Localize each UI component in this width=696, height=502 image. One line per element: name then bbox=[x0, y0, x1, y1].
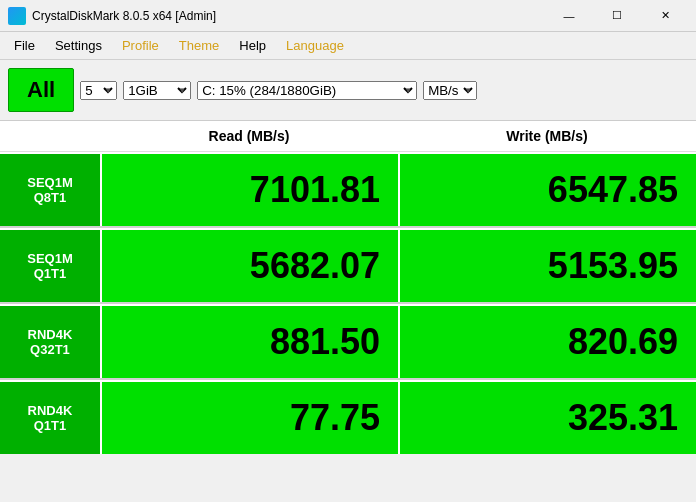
menu-item-help[interactable]: Help bbox=[229, 34, 276, 57]
bench-row-seq1m-q8t1: SEQ1MQ8T1 7101.81 6547.85 bbox=[0, 152, 696, 226]
size-select-wrap[interactable]: 512MiB1GiB2GiB4GiB8GiB16GiB32GiB64GiB bbox=[123, 68, 191, 112]
bench-row-seq1m-q1t1: SEQ1MQ1T1 5682.07 5153.95 bbox=[0, 228, 696, 302]
window-controls: — ☐ ✕ bbox=[546, 2, 688, 30]
bench-row-rnd4k-q32t1: RND4KQ32T1 881.50 820.69 bbox=[0, 304, 696, 378]
runs-select-wrap[interactable]: 13510 bbox=[80, 68, 117, 112]
unit-select[interactable]: MB/sGB/sIOPSμs bbox=[423, 81, 477, 100]
benchmark-rows: SEQ1MQ8T1 7101.81 6547.85 SEQ1MQ1T1 5682… bbox=[0, 152, 696, 454]
bench-read-seq1m-q1t1: 5682.07 bbox=[100, 230, 398, 302]
menu-item-settings[interactable]: Settings bbox=[45, 34, 112, 57]
size-select[interactable]: 512MiB1GiB2GiB4GiB8GiB16GiB32GiB64GiB bbox=[123, 81, 191, 100]
menubar: FileSettingsProfileThemeHelpLanguage bbox=[0, 32, 696, 60]
bench-read-seq1m-q8t1: 7101.81 bbox=[100, 154, 398, 226]
bench-label-seq1m-q1t1: SEQ1MQ1T1 bbox=[0, 230, 100, 302]
menu-item-language[interactable]: Language bbox=[276, 34, 354, 57]
bench-write-rnd4k-q1t1: 325.31 bbox=[398, 382, 696, 454]
bench-label-rnd4k-q32t1: RND4KQ32T1 bbox=[0, 306, 100, 378]
minimize-button[interactable]: — bbox=[546, 2, 592, 30]
bench-label-seq1m-q8t1: SEQ1MQ8T1 bbox=[0, 154, 100, 226]
drive-select-wrap[interactable]: C: 15% (284/1880GiB) bbox=[197, 68, 417, 112]
read-col-header: Read (MB/s) bbox=[100, 121, 398, 151]
all-button[interactable]: All bbox=[8, 68, 74, 112]
label-col-header bbox=[0, 121, 100, 151]
write-col-header: Write (MB/s) bbox=[398, 121, 696, 151]
bench-read-rnd4k-q1t1: 77.75 bbox=[100, 382, 398, 454]
bench-read-rnd4k-q32t1: 881.50 bbox=[100, 306, 398, 378]
drive-select[interactable]: C: 15% (284/1880GiB) bbox=[197, 81, 417, 100]
close-button[interactable]: ✕ bbox=[642, 2, 688, 30]
titlebar: CrystalDiskMark 8.0.5 x64 [Admin] — ☐ ✕ bbox=[0, 0, 696, 32]
bench-row-rnd4k-q1t1: RND4KQ1T1 77.75 325.31 bbox=[0, 380, 696, 454]
maximize-button[interactable]: ☐ bbox=[594, 2, 640, 30]
bench-label-rnd4k-q1t1: RND4KQ1T1 bbox=[0, 382, 100, 454]
toolbar: All 13510 512MiB1GiB2GiB4GiB8GiB16GiB32G… bbox=[0, 60, 696, 121]
bench-write-seq1m-q8t1: 6547.85 bbox=[398, 154, 696, 226]
bench-write-seq1m-q1t1: 5153.95 bbox=[398, 230, 696, 302]
unit-select-wrap[interactable]: MB/sGB/sIOPSμs bbox=[423, 68, 477, 112]
runs-select[interactable]: 13510 bbox=[80, 81, 117, 100]
menu-item-profile[interactable]: Profile bbox=[112, 34, 169, 57]
app-icon bbox=[8, 7, 26, 25]
window-title: CrystalDiskMark 8.0.5 x64 [Admin] bbox=[32, 9, 546, 23]
menu-item-file[interactable]: File bbox=[4, 34, 45, 57]
menu-item-theme[interactable]: Theme bbox=[169, 34, 229, 57]
column-headers: Read (MB/s) Write (MB/s) bbox=[0, 121, 696, 152]
bench-write-rnd4k-q32t1: 820.69 bbox=[398, 306, 696, 378]
